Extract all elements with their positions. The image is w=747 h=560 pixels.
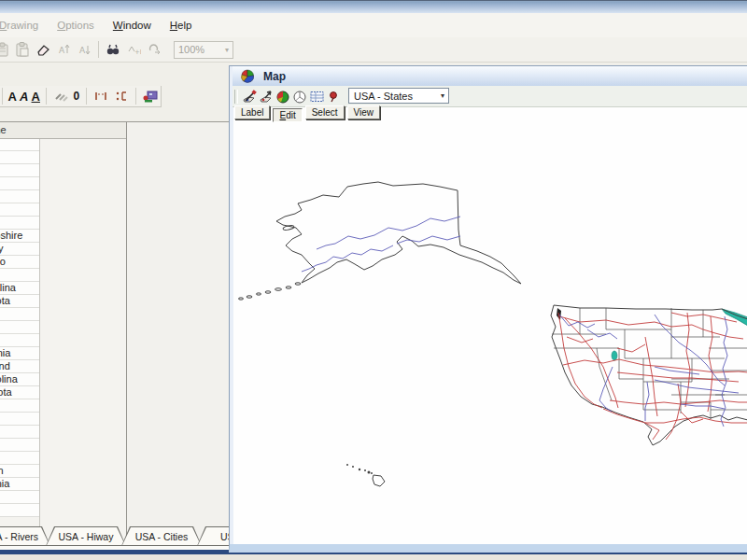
- table-row[interactable]: South Carolina: [0, 373, 40, 386]
- sheet-tab-usa-hiway[interactable]: USA - Hiway: [46, 526, 126, 546]
- menu-item-drawing[interactable]: Drawing: [0, 20, 47, 31]
- zero-format-button[interactable]: 0: [71, 90, 83, 103]
- table-row[interactable]: Wisconsin: [0, 491, 40, 504]
- table-row[interactable]: North Carolina: [0, 282, 40, 295]
- underline-button[interactable]: A: [30, 90, 42, 104]
- table-row[interactable]: Nevada: [0, 217, 40, 230]
- map-style-tool-icon[interactable]: [241, 88, 258, 105]
- table-row[interactable]: Utah: [0, 426, 40, 439]
- map-select-tool-icon[interactable]: [258, 88, 275, 105]
- state-name-rows: MichiganMinnesotaMississippiMissouriMont…: [0, 138, 40, 517]
- table-row[interactable]: Ohio: [0, 308, 40, 321]
- sheet-tab-usa-cities[interactable]: USA - Cities: [121, 526, 202, 546]
- table-row[interactable]: Rhode Island: [0, 360, 40, 373]
- sheet-tab-label: USA - Cities: [135, 531, 189, 542]
- menu-bar: DrawingOptionsWindowHelp: [0, 13, 747, 38]
- layer-selector-value: USA - States: [349, 91, 413, 102]
- bold-button[interactable]: A: [7, 90, 19, 104]
- state-name-cell: Missouri: [0, 177, 40, 189]
- standard-toolbar: A A +B 100% ▾: [0, 37, 747, 63]
- eraser-icon[interactable]: [33, 40, 53, 59]
- map-window-title: Map: [263, 70, 286, 83]
- format-toolbar: A A A 0: [0, 86, 162, 107]
- toolbar-separator: [135, 88, 136, 105]
- table-row[interactable]: New Mexico: [0, 256, 40, 269]
- horizontal-spacing-icon[interactable]: [91, 87, 111, 105]
- layer-selector[interactable]: USA - States ▾: [348, 88, 449, 104]
- hawaii-islands: [346, 464, 385, 486]
- state-name-cell: North Carolina: [0, 282, 40, 294]
- pushpin-tool-icon[interactable]: [325, 88, 342, 105]
- state-name-cell: Vermont: [0, 439, 40, 451]
- data-table-window: MichiganMinnesotaMississippiMissouriMont…: [0, 121, 229, 546]
- table-row[interactable]: Missouri: [0, 177, 40, 190]
- data-grid-tool-icon[interactable]: [308, 88, 325, 105]
- table-row[interactable]: South Dakota: [0, 386, 40, 399]
- find-binoculars-icon[interactable]: [103, 40, 123, 59]
- table-header: Name: [0, 122, 126, 139]
- state-name-cell: South Dakota: [0, 386, 40, 399]
- state-name-cell: Rhode Island: [0, 360, 40, 372]
- state-name-cell: Nevada: [0, 217, 40, 229]
- zoom-level-select[interactable]: 100% ▾: [174, 41, 233, 59]
- table-row[interactable]: New Hampshire: [0, 230, 40, 243]
- state-name-cell: Virginia: [0, 452, 40, 464]
- symbol-legend-icon[interactable]: [140, 87, 161, 105]
- name-column-header[interactable]: Name: [0, 122, 39, 138]
- map-app-icon: [240, 69, 255, 83]
- table-row[interactable]: Tennessee: [0, 399, 40, 413]
- map-mode-button-label[interactable]: Label: [234, 105, 270, 119]
- sheet-tab-label: USA - Hiway: [59, 531, 114, 542]
- state-name-cell: New Mexico: [0, 256, 40, 268]
- decrease-size-icon[interactable]: A: [74, 40, 94, 59]
- alaska-rivers: [302, 217, 460, 272]
- sheet-tab-usa-rivers[interactable]: USA - Rivers: [0, 526, 50, 546]
- table-row[interactable]: Michigan: [0, 138, 40, 151]
- table-row[interactable]: North Dakota: [0, 295, 40, 308]
- italic-button[interactable]: A: [19, 90, 31, 104]
- table-row[interactable]: Pennsylvania: [0, 347, 40, 360]
- find-goto-icon[interactable]: [144, 40, 164, 59]
- find-next-icon[interactable]: +B: [123, 40, 144, 59]
- table-row[interactable]: Texas: [0, 413, 40, 426]
- state-name-cell: North Dakota: [0, 295, 40, 307]
- vertical-spacing-icon[interactable]: [111, 87, 132, 105]
- state-name-cell: Tennessee: [0, 399, 40, 412]
- table-row[interactable]: New Jersey: [0, 243, 40, 256]
- map-mode-button-select[interactable]: Select: [305, 105, 345, 119]
- us-state-borders: [552, 308, 747, 419]
- table-row[interactable]: Oklahoma: [0, 321, 40, 334]
- hatch-style-icon[interactable]: [50, 87, 71, 105]
- map-window-titlebar[interactable]: Map: [233, 66, 747, 86]
- menu-item-help[interactable]: Help: [162, 20, 201, 31]
- table-row[interactable]: Minnesota: [0, 151, 40, 164]
- table-row[interactable]: Vermont: [0, 439, 40, 452]
- table-row[interactable]: Virginia: [0, 452, 40, 465]
- column-divider: [39, 138, 40, 546]
- svg-text:+B: +B: [134, 49, 141, 56]
- table-row[interactable]: Washington: [0, 465, 40, 478]
- menu-item-window[interactable]: Window: [105, 20, 160, 31]
- table-row[interactable]: New York: [0, 269, 40, 282]
- paste-icon[interactable]: [12, 40, 33, 59]
- table-row[interactable]: Oregon: [0, 334, 40, 347]
- table-row[interactable]: Mississippi: [0, 164, 40, 177]
- alaska-outline: [238, 182, 521, 300]
- table-row[interactable]: Wyoming: [0, 504, 40, 517]
- map-canvas-area[interactable]: [233, 107, 747, 544]
- desktop-strip: [0, 554, 747, 560]
- increase-size-icon[interactable]: A: [53, 40, 74, 59]
- menu-item-options[interactable]: Options: [49, 20, 103, 31]
- copy-icon[interactable]: [0, 40, 12, 59]
- pie-chart-tool-icon[interactable]: [275, 88, 291, 105]
- table-row[interactable]: Nebraska: [0, 203, 40, 217]
- app-titlebar[interactable]: [0, 0, 747, 13]
- table-row[interactable]: Montana: [0, 190, 40, 203]
- map-mode-button-edit[interactable]: Edit: [273, 108, 302, 122]
- map-canvas[interactable]: [233, 119, 747, 543]
- map-mode-button-view[interactable]: View: [347, 105, 381, 119]
- table-row[interactable]: West Virginia: [0, 478, 40, 491]
- compass-tool-icon[interactable]: [291, 88, 308, 105]
- state-name-cell: New York: [0, 269, 40, 281]
- state-name-cell: New Hampshire: [0, 230, 40, 242]
